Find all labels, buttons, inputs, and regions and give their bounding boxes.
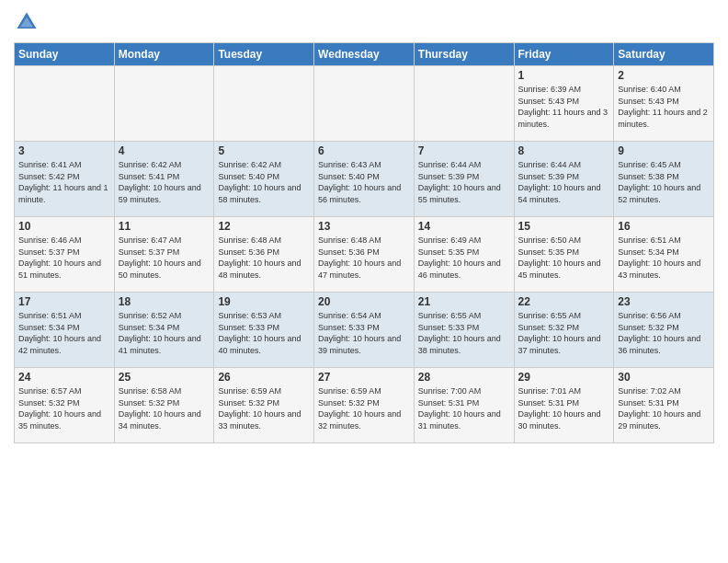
day-info: Sunrise: 6:58 AM Sunset: 5:32 PM Dayligh… (119, 385, 210, 431)
calendar-cell (114, 66, 214, 142)
day-info: Sunrise: 6:52 AM Sunset: 5:34 PM Dayligh… (119, 310, 210, 356)
calendar-table: SundayMondayTuesdayWednesdayThursdayFrid… (14, 42, 714, 443)
day-number: 2 (618, 69, 710, 82)
col-header-sunday: Sunday (15, 43, 115, 66)
calendar-cell: 13Sunrise: 6:48 AM Sunset: 5:36 PM Dayli… (314, 217, 415, 293)
day-number: 4 (119, 144, 210, 157)
day-number: 17 (18, 295, 110, 308)
calendar-cell: 7Sunrise: 6:44 AM Sunset: 5:39 PM Daylig… (414, 142, 514, 217)
calendar-cell: 8Sunrise: 6:44 AM Sunset: 5:39 PM Daylig… (514, 142, 614, 217)
day-number: 19 (218, 295, 310, 308)
calendar-cell (15, 66, 115, 142)
calendar-cell: 9Sunrise: 6:45 AM Sunset: 5:38 PM Daylig… (614, 142, 714, 217)
day-number: 13 (318, 220, 410, 233)
day-info: Sunrise: 6:43 AM Sunset: 5:40 PM Dayligh… (318, 159, 410, 205)
calendar-cell: 29Sunrise: 7:01 AM Sunset: 5:31 PM Dayli… (514, 368, 614, 443)
day-number: 6 (318, 144, 410, 157)
calendar-cell: 6Sunrise: 6:43 AM Sunset: 5:40 PM Daylig… (314, 142, 415, 217)
calendar-cell: 22Sunrise: 6:55 AM Sunset: 5:32 PM Dayli… (514, 293, 614, 368)
day-info: Sunrise: 6:44 AM Sunset: 5:39 PM Dayligh… (518, 159, 610, 205)
col-header-wednesday: Wednesday (314, 43, 415, 66)
calendar-cell: 10Sunrise: 6:46 AM Sunset: 5:37 PM Dayli… (15, 217, 115, 293)
day-info: Sunrise: 6:40 AM Sunset: 5:43 PM Dayligh… (618, 84, 710, 130)
calendar-cell (214, 66, 314, 142)
day-info: Sunrise: 6:41 AM Sunset: 5:42 PM Dayligh… (18, 159, 110, 205)
calendar-cell: 17Sunrise: 6:51 AM Sunset: 5:34 PM Dayli… (15, 293, 115, 368)
day-info: Sunrise: 6:42 AM Sunset: 5:40 PM Dayligh… (218, 159, 310, 205)
day-number: 24 (18, 371, 110, 384)
day-number: 26 (218, 371, 310, 384)
calendar-cell: 11Sunrise: 6:47 AM Sunset: 5:37 PM Dayli… (114, 217, 214, 293)
calendar-cell: 27Sunrise: 6:59 AM Sunset: 5:32 PM Dayli… (314, 368, 415, 443)
page-header (14, 9, 714, 35)
day-info: Sunrise: 6:55 AM Sunset: 5:33 PM Dayligh… (418, 310, 510, 356)
col-header-monday: Monday (114, 43, 214, 66)
calendar-cell: 14Sunrise: 6:49 AM Sunset: 5:35 PM Dayli… (414, 217, 514, 293)
day-info: Sunrise: 7:00 AM Sunset: 5:31 PM Dayligh… (418, 385, 510, 431)
day-number: 28 (418, 371, 510, 384)
day-number: 10 (18, 220, 110, 233)
calendar-cell: 2Sunrise: 6:40 AM Sunset: 5:43 PM Daylig… (614, 66, 714, 142)
day-info: Sunrise: 7:01 AM Sunset: 5:31 PM Dayligh… (518, 385, 610, 431)
col-header-saturday: Saturday (614, 43, 714, 66)
day-number: 12 (218, 220, 310, 233)
col-header-friday: Friday (514, 43, 614, 66)
calendar-cell: 3Sunrise: 6:41 AM Sunset: 5:42 PM Daylig… (15, 142, 115, 217)
calendar-cell: 19Sunrise: 6:53 AM Sunset: 5:33 PM Dayli… (214, 293, 314, 368)
calendar-cell: 30Sunrise: 7:02 AM Sunset: 5:31 PM Dayli… (614, 368, 714, 443)
calendar-cell: 1Sunrise: 6:39 AM Sunset: 5:43 PM Daylig… (514, 66, 614, 142)
day-number: 15 (518, 220, 610, 233)
day-number: 21 (418, 295, 510, 308)
day-info: Sunrise: 6:51 AM Sunset: 5:34 PM Dayligh… (18, 310, 110, 356)
calendar-cell: 21Sunrise: 6:55 AM Sunset: 5:33 PM Dayli… (414, 293, 514, 368)
day-info: Sunrise: 6:48 AM Sunset: 5:36 PM Dayligh… (218, 235, 310, 281)
day-info: Sunrise: 6:45 AM Sunset: 5:38 PM Dayligh… (618, 159, 710, 205)
calendar-cell: 25Sunrise: 6:58 AM Sunset: 5:32 PM Dayli… (114, 368, 214, 443)
day-number: 7 (418, 144, 510, 157)
day-info: Sunrise: 6:47 AM Sunset: 5:37 PM Dayligh… (119, 235, 210, 281)
day-number: 23 (618, 295, 710, 308)
day-number: 5 (218, 144, 310, 157)
calendar-cell (414, 66, 514, 142)
day-info: Sunrise: 6:59 AM Sunset: 5:32 PM Dayligh… (218, 385, 310, 431)
day-info: Sunrise: 6:39 AM Sunset: 5:43 PM Dayligh… (518, 84, 610, 130)
calendar-cell: 18Sunrise: 6:52 AM Sunset: 5:34 PM Dayli… (114, 293, 214, 368)
calendar-cell: 12Sunrise: 6:48 AM Sunset: 5:36 PM Dayli… (214, 217, 314, 293)
calendar-cell: 4Sunrise: 6:42 AM Sunset: 5:41 PM Daylig… (114, 142, 214, 217)
day-number: 29 (518, 371, 610, 384)
calendar-cell: 5Sunrise: 6:42 AM Sunset: 5:40 PM Daylig… (214, 142, 314, 217)
day-number: 9 (618, 144, 710, 157)
day-info: Sunrise: 6:57 AM Sunset: 5:32 PM Dayligh… (18, 385, 110, 431)
day-info: Sunrise: 6:50 AM Sunset: 5:35 PM Dayligh… (518, 235, 610, 281)
day-info: Sunrise: 6:55 AM Sunset: 5:32 PM Dayligh… (518, 310, 610, 356)
col-header-tuesday: Tuesday (214, 43, 314, 66)
day-info: Sunrise: 7:02 AM Sunset: 5:31 PM Dayligh… (618, 385, 710, 431)
day-number: 30 (618, 371, 710, 384)
col-header-thursday: Thursday (414, 43, 514, 66)
calendar-cell: 20Sunrise: 6:54 AM Sunset: 5:33 PM Dayli… (314, 293, 415, 368)
calendar-cell: 28Sunrise: 7:00 AM Sunset: 5:31 PM Dayli… (414, 368, 514, 443)
calendar-cell: 26Sunrise: 6:59 AM Sunset: 5:32 PM Dayli… (214, 368, 314, 443)
day-info: Sunrise: 6:59 AM Sunset: 5:32 PM Dayligh… (318, 385, 410, 431)
calendar-cell: 24Sunrise: 6:57 AM Sunset: 5:32 PM Dayli… (15, 368, 115, 443)
day-number: 1 (518, 69, 610, 82)
day-number: 25 (119, 371, 210, 384)
calendar-cell: 23Sunrise: 6:56 AM Sunset: 5:32 PM Dayli… (614, 293, 714, 368)
calendar-cell: 15Sunrise: 6:50 AM Sunset: 5:35 PM Dayli… (514, 217, 614, 293)
day-number: 18 (119, 295, 210, 308)
day-info: Sunrise: 6:46 AM Sunset: 5:37 PM Dayligh… (18, 235, 110, 281)
day-info: Sunrise: 6:53 AM Sunset: 5:33 PM Dayligh… (218, 310, 310, 356)
day-number: 16 (618, 220, 710, 233)
day-number: 22 (518, 295, 610, 308)
day-info: Sunrise: 6:54 AM Sunset: 5:33 PM Dayligh… (318, 310, 410, 356)
day-number: 3 (18, 144, 110, 157)
day-info: Sunrise: 6:49 AM Sunset: 5:35 PM Dayligh… (418, 235, 510, 281)
day-number: 11 (119, 220, 210, 233)
day-info: Sunrise: 6:51 AM Sunset: 5:34 PM Dayligh… (618, 235, 710, 281)
day-number: 27 (318, 371, 410, 384)
calendar-cell (314, 66, 415, 142)
logo (14, 9, 43, 35)
day-number: 20 (318, 295, 410, 308)
calendar-cell: 16Sunrise: 6:51 AM Sunset: 5:34 PM Dayli… (614, 217, 714, 293)
day-info: Sunrise: 6:48 AM Sunset: 5:36 PM Dayligh… (318, 235, 410, 281)
